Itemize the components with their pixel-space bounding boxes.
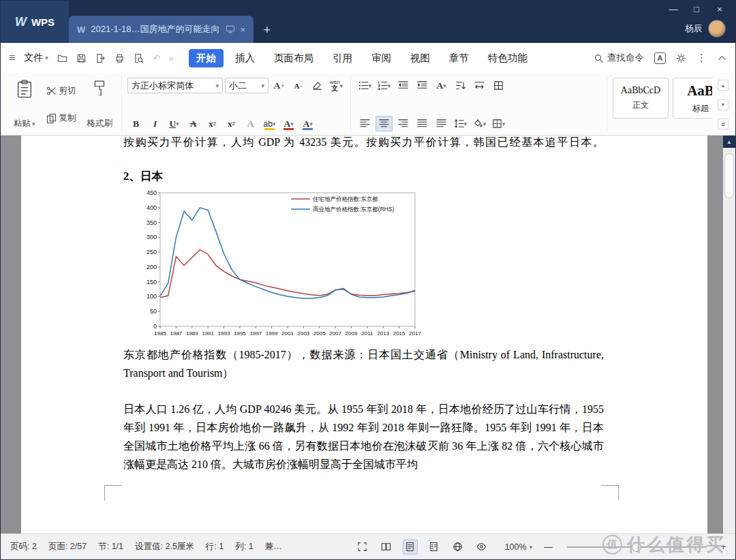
tokyo-price-chart[interactable]: 0501001502002503003504004501985198719891…: [138, 186, 427, 341]
print-layout-button[interactable]: [403, 540, 418, 555]
eye-protect-button[interactable]: [474, 540, 489, 555]
align-center-button[interactable]: [375, 116, 393, 131]
underline-button[interactable]: U▾: [166, 116, 183, 131]
sort-button[interactable]: [452, 78, 469, 93]
new-tab-button[interactable]: +: [263, 22, 271, 37]
save-icon[interactable]: [76, 53, 87, 63]
distribute-button[interactable]: [433, 116, 450, 131]
shrink-font-button[interactable]: A-: [290, 78, 307, 93]
export-icon[interactable]: [95, 53, 106, 63]
shading-bucket-button[interactable]: ▾: [471, 116, 488, 131]
strikethrough-button[interactable]: A: [185, 116, 202, 131]
scroll-up-button[interactable]: ▲: [723, 136, 735, 148]
body-paragraph[interactable]: 日本人口 1.26 亿，人均 GDP 40246 美元。从 1955 年到 20…: [123, 400, 604, 473]
scrollbar-thumb[interactable]: [724, 153, 734, 198]
text-tool-button[interactable]: A▾: [433, 78, 450, 93]
user-avatar[interactable]: [708, 20, 726, 37]
phonetic-guide-button[interactable]: wén文▾: [328, 78, 345, 93]
align-right-button[interactable]: [395, 116, 412, 131]
styles-gallery-more[interactable]: ≣: [718, 119, 729, 129]
statusbar: 页码: 2 页面: 2/57 节: 1/1 设置值: 2.5厘米 行: 1 列:…: [1, 533, 735, 559]
format-painter-button[interactable]: 格式刷: [84, 78, 117, 131]
clipped-paragraph[interactable]: 按购买力平价计算，人均 GDP 为 43235 美元。按购买力平价计算，韩国已经…: [123, 136, 604, 151]
smzdm-watermark: 值 什么值得买: [602, 533, 726, 557]
justify-button[interactable]: [414, 116, 431, 131]
wps-home-tab[interactable]: W WPS: [1, 1, 69, 43]
svg-text:2007: 2007: [329, 330, 341, 337]
font-color-button[interactable]: A▾: [280, 116, 297, 131]
cut-button[interactable]: 剪切: [44, 84, 78, 98]
paste-button[interactable]: 粘贴▾: [10, 78, 39, 131]
vertical-scrollbar[interactable]: ▲: [723, 136, 735, 533]
char-shading-button[interactable]: A▾: [299, 116, 316, 131]
tab-section[interactable]: 章节: [442, 49, 476, 67]
bullet-list-button[interactable]: ▾: [356, 78, 373, 93]
status-compat-mode[interactable]: 兼…: [265, 541, 282, 553]
gear-icon[interactable]: [676, 53, 686, 63]
ribbon: 粘贴▾ 剪切 复制 格式刷 方正小标宋简体 ▾: [1, 73, 735, 136]
section-heading[interactable]: 2、日本: [123, 167, 163, 185]
chart-caption[interactable]: 东京都地产价格指数（1985-2017），数据来源：日本国土交通省（Minist…: [123, 345, 604, 382]
bold-button[interactable]: B: [127, 116, 144, 131]
user-area[interactable]: 杨辰: [685, 20, 735, 43]
find-command[interactable]: 查找命令: [594, 52, 644, 64]
print-preview-icon[interactable]: [134, 53, 144, 63]
close-button[interactable]: ×: [708, 2, 731, 16]
minimize-button[interactable]: —: [662, 2, 685, 16]
columns-button[interactable]: [490, 78, 507, 93]
justify-icon: [417, 119, 427, 129]
style-normal[interactable]: AaBbCcD 正文: [613, 78, 669, 119]
svg-text:2011: 2011: [361, 330, 373, 337]
two-page-view-button[interactable]: [379, 540, 394, 555]
hamburger-menu-icon[interactable]: ≡: [9, 52, 15, 64]
tab-special-features[interactable]: 特色功能: [480, 49, 535, 67]
tab-references[interactable]: 引用: [325, 49, 360, 67]
zoom-level[interactable]: 100%: [505, 542, 527, 552]
tab-close-icon[interactable]: ×: [241, 25, 246, 35]
tab-review[interactable]: 审阅: [364, 49, 399, 67]
outline-view-button[interactable]: [427, 540, 442, 555]
borders-button[interactable]: ▾: [490, 116, 507, 131]
line-spacing-button[interactable]: ▾: [452, 116, 469, 131]
document-tab[interactable]: W 2021-1-18…国房地产的可能走向 ×: [69, 16, 254, 43]
collapse-ribbon-icon[interactable]: [717, 53, 727, 63]
fullscreen-button[interactable]: [355, 540, 370, 555]
styles-scroll-up[interactable]: ▴: [718, 80, 729, 91]
align-left-button[interactable]: [356, 116, 373, 131]
grow-font-button[interactable]: A+: [271, 78, 288, 93]
style-heading[interactable]: AaB 标题: [673, 78, 712, 119]
zoom-out-button[interactable]: —: [544, 542, 553, 552]
tab-view[interactable]: 视图: [403, 49, 438, 67]
tab-page-layout[interactable]: 页面布局: [266, 49, 321, 67]
copy-button[interactable]: 复制: [44, 111, 78, 125]
font-name-select[interactable]: 方正小标宋简体 ▾: [127, 78, 223, 93]
text-effects-button[interactable]: A: [242, 116, 259, 131]
svg-text:400: 400: [147, 204, 157, 211]
tab-home[interactable]: 开始: [189, 49, 224, 67]
clear-format-button[interactable]: [309, 78, 326, 93]
typesetting-icon[interactable]: A: [654, 52, 666, 64]
increase-indent-button[interactable]: [414, 78, 431, 93]
highlight-button[interactable]: ab▾: [261, 116, 278, 131]
print-layout-icon: [405, 542, 415, 552]
document-page[interactable]: 按购买力平价计算，人均 GDP 为 43235 美元。按购买力平价计算，韩国已经…: [21, 136, 707, 533]
kebab-menu-icon[interactable]: ⋮: [696, 52, 707, 64]
file-menu[interactable]: 文件 ▾: [24, 52, 48, 64]
web-layout-button[interactable]: [450, 540, 465, 555]
decrease-indent-button[interactable]: [395, 78, 412, 93]
more-commands-icon[interactable]: »: [169, 53, 174, 63]
maximize-button[interactable]: □: [685, 2, 708, 16]
char-spacing-button[interactable]: [471, 78, 488, 93]
tab-insert[interactable]: 插入: [228, 49, 262, 67]
styles-scroll-down[interactable]: ▾: [718, 99, 729, 110]
italic-button[interactable]: I: [147, 116, 164, 131]
superscript-button[interactable]: x2: [204, 116, 221, 131]
numbered-list-button[interactable]: ▾: [375, 78, 393, 93]
open-folder-icon[interactable]: [57, 53, 67, 63]
undo-icon[interactable]: ↶: [153, 53, 160, 63]
font-size-select[interactable]: 小二 ▾: [225, 78, 269, 93]
print-icon[interactable]: [114, 53, 125, 63]
chevron-down-icon: ▾: [176, 121, 179, 127]
menubar: ≡ 文件 ▾ ↶ » 开始 插入 页面布局 引用 审阅 视图 章节 特色功能: [1, 43, 735, 73]
subscript-button[interactable]: x2: [223, 116, 240, 131]
